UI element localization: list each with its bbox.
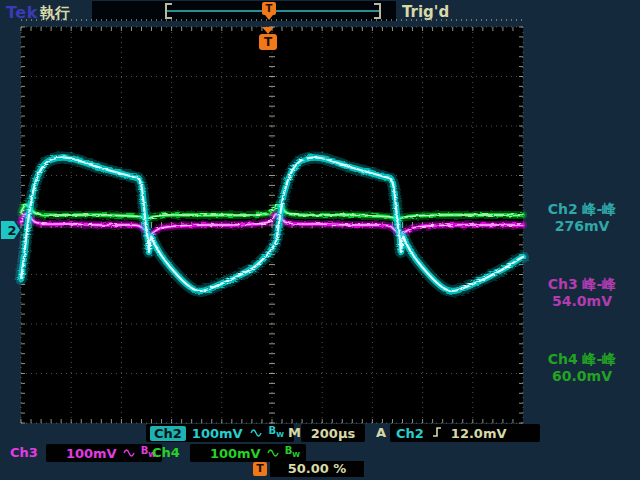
measurement-ch4-pkpk: Ch4 峰-峰 60.0mV [526,351,638,385]
ch2-reference-marker[interactable]: 2 [1,219,21,241]
ch4-scale-label: Ch4 [152,444,180,462]
timebase-value: 200µs [311,426,355,441]
ch3-scale-value: 100mV [66,446,117,461]
ch3-scale-readout: 100mV BW [46,444,162,462]
ac-coupling-icon [267,446,279,461]
horizontal-position-readout: 50.00 % [270,461,364,477]
measurement-ch2-value: 276mV [526,218,638,235]
trigger-position-icon: T [262,2,276,15]
ch2-scale-label: Ch2 [150,426,186,441]
measurement-ch2-title: Ch2 峰-峰 [526,201,638,218]
rising-edge-icon [432,426,443,441]
ch3-scale-label: Ch3 [10,444,38,462]
measurement-ch3-value: 54.0mV [526,293,638,310]
bandwidth-limit-icon: BW [285,446,300,460]
timebase-readout: 200µs [301,424,365,442]
trigger-mode-label: A [376,424,386,442]
oscilloscope-screen: Tek 執行 T Trig'd T 2 [0,0,640,480]
trigger-marker-label: T [259,34,277,50]
trigger-position-marker[interactable]: T [259,27,277,50]
ch4-scale-readout: 100mV BW [190,444,306,462]
ch4-scale-value: 100mV [210,446,261,461]
timebase-label: M [288,424,301,442]
horizontal-trigger-icon: T [253,462,267,476]
trigger-level-value: 12.0mV [451,426,507,441]
ch2-reference-number: 2 [8,223,17,238]
measurement-ch3-pkpk: Ch3 峰-峰 54.0mV [526,276,638,310]
measurement-ch3-title: Ch3 峰-峰 [526,276,638,293]
ac-coupling-icon [250,426,262,441]
ch2-scale-value: 100mV [192,426,243,441]
measurement-ch2-pkpk: Ch2 峰-峰 276mV [526,201,638,235]
bandwidth-limit-icon: BW [269,426,284,440]
ch2-reference-arrow-icon: 2 [1,219,21,241]
graticule [21,27,523,423]
trigger-readout: Ch2 12.0mV [390,424,540,442]
top-tick-ruler [21,19,523,21]
record-view-bar: T [92,1,396,21]
trigger-source: Ch2 [396,426,424,441]
record-window-brackets [92,1,396,21]
ch2-scale-readout: Ch2 100mV BW [146,424,294,442]
ac-coupling-icon [123,446,135,461]
waveform-display [21,27,523,423]
trigger-marker-pointer-icon [262,27,274,34]
measurement-ch4-title: Ch4 峰-峰 [526,351,638,368]
measurement-ch4-value: 60.0mV [526,368,638,385]
